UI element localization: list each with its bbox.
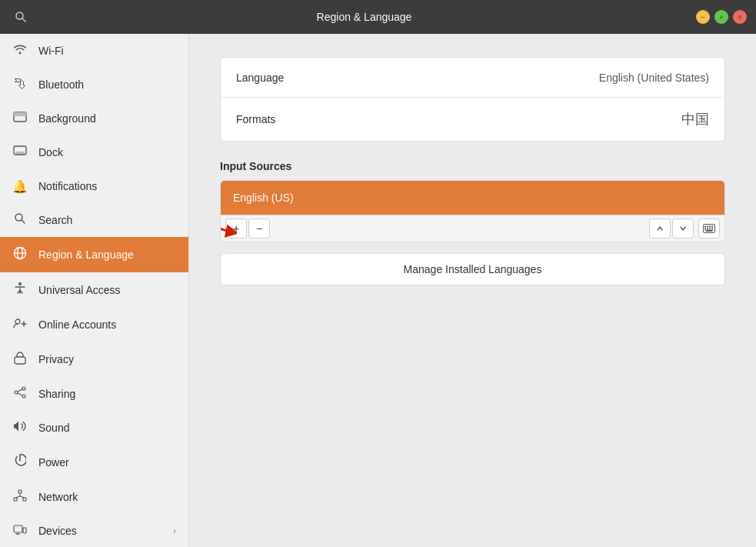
input-sources-toolbar: + − bbox=[221, 215, 724, 242]
window-title: Region & Language bbox=[32, 11, 696, 23]
search-sidebar-icon bbox=[12, 212, 28, 228]
sidebar-item-label-sound: Sound bbox=[38, 422, 176, 434]
sidebar-item-label-universal-access: Universal Access bbox=[38, 284, 176, 296]
move-down-button[interactable] bbox=[672, 218, 694, 238]
svg-line-18 bbox=[18, 393, 22, 395]
manage-installed-languages-button[interactable]: Manage Installed Languages bbox=[220, 253, 725, 285]
devices-chevron-icon: › bbox=[173, 525, 176, 536]
sidebar-item-label-background: Background bbox=[38, 112, 176, 125]
input-source-english-us[interactable]: English (US) bbox=[221, 181, 724, 215]
add-button-container: + bbox=[225, 218, 247, 238]
sidebar-item-network[interactable]: Network bbox=[0, 480, 188, 514]
minimize-button[interactable]: − bbox=[696, 10, 710, 24]
svg-rect-37 bbox=[704, 228, 706, 230]
svg-rect-39 bbox=[709, 228, 711, 230]
bluetooth-icon: ⮷ bbox=[12, 78, 28, 92]
maximize-button[interactable]: + bbox=[714, 10, 728, 24]
sidebar-item-search[interactable]: Search bbox=[0, 203, 188, 237]
sidebar-item-label-devices: Devices bbox=[38, 525, 162, 537]
sound-icon bbox=[12, 420, 28, 435]
accessibility-icon bbox=[12, 282, 28, 299]
language-row[interactable]: Language English (United States) bbox=[221, 58, 724, 98]
keyboard-button[interactable] bbox=[698, 218, 720, 238]
sidebar-item-label-notifications: Notifications bbox=[38, 180, 176, 192]
sidebar-item-label-sharing: Sharing bbox=[38, 388, 176, 400]
sidebar: Wi-Fi ⮷ Bluetooth Background Dock bbox=[0, 34, 189, 547]
online-accounts-icon bbox=[12, 318, 28, 332]
svg-rect-19 bbox=[18, 490, 22, 493]
sidebar-item-wifi[interactable]: Wi-Fi bbox=[0, 34, 188, 68]
sidebar-item-devices[interactable]: Devices › bbox=[0, 514, 188, 547]
svg-rect-26 bbox=[23, 528, 26, 533]
svg-line-24 bbox=[20, 496, 25, 498]
sidebar-item-sound[interactable]: Sound bbox=[0, 411, 188, 445]
toolbar-arrows bbox=[649, 218, 694, 238]
svg-point-12 bbox=[15, 319, 20, 324]
up-arrow-icon bbox=[656, 225, 664, 232]
sidebar-item-label-privacy: Privacy bbox=[38, 353, 176, 365]
sidebar-item-background[interactable]: Background bbox=[0, 102, 188, 135]
sidebar-item-bluetooth[interactable]: ⮷ Bluetooth bbox=[0, 68, 188, 102]
svg-rect-25 bbox=[14, 525, 22, 532]
input-sources-title: Input Sources bbox=[220, 160, 725, 172]
svg-line-17 bbox=[18, 389, 22, 392]
sidebar-item-privacy[interactable]: Privacy bbox=[0, 342, 188, 377]
close-button[interactable]: × bbox=[733, 10, 747, 24]
dock-icon bbox=[12, 145, 28, 159]
input-sources-list: English (US) + bbox=[220, 180, 725, 242]
down-arrow-icon bbox=[679, 225, 687, 232]
svg-rect-40 bbox=[711, 228, 713, 230]
svg-rect-34 bbox=[707, 226, 708, 228]
svg-rect-3 bbox=[14, 112, 26, 116]
main-content: Language English (United States) Formats… bbox=[189, 34, 756, 547]
language-label: Language bbox=[236, 72, 599, 84]
sidebar-item-dock[interactable]: Dock bbox=[0, 135, 188, 169]
svg-rect-13 bbox=[15, 357, 25, 364]
svg-line-1 bbox=[22, 18, 25, 22]
sidebar-item-label-network: Network bbox=[38, 491, 176, 503]
language-value: English (United States) bbox=[599, 72, 709, 84]
svg-point-14 bbox=[22, 387, 25, 390]
language-formats-card: Language English (United States) Formats… bbox=[220, 57, 725, 142]
sidebar-item-label-dock: Dock bbox=[38, 146, 176, 158]
move-up-button[interactable] bbox=[649, 218, 671, 238]
sidebar-item-power[interactable]: Power bbox=[0, 445, 188, 480]
svg-line-23 bbox=[15, 496, 20, 498]
input-sources-section: Input Sources English (US) + bbox=[220, 160, 725, 242]
remove-input-source-button[interactable]: − bbox=[248, 218, 270, 238]
formats-label: Formats bbox=[236, 113, 681, 125]
sidebar-item-online-accounts[interactable]: Online Accounts bbox=[0, 308, 188, 342]
svg-line-7 bbox=[22, 220, 25, 223]
add-input-source-button[interactable]: + bbox=[225, 218, 247, 238]
sidebar-item-notifications[interactable]: 🔔 Notifications bbox=[0, 169, 188, 203]
sidebar-item-label-region: Region & Language bbox=[38, 248, 176, 261]
svg-point-11 bbox=[18, 282, 22, 285]
power-icon bbox=[12, 454, 28, 471]
sidebar-item-label-power: Power bbox=[38, 456, 176, 469]
background-icon bbox=[12, 112, 28, 125]
svg-rect-41 bbox=[706, 230, 713, 232]
region-icon bbox=[12, 246, 28, 263]
window-controls: − + × bbox=[696, 10, 747, 24]
titlebar: Region & Language − + × bbox=[0, 0, 756, 34]
content-area: Wi-Fi ⮷ Bluetooth Background Dock bbox=[0, 34, 756, 547]
privacy-icon bbox=[12, 351, 28, 368]
svg-rect-20 bbox=[14, 498, 17, 501]
search-icon[interactable] bbox=[9, 5, 32, 28]
svg-rect-5 bbox=[15, 152, 25, 154]
sidebar-item-label-online-accounts: Online Accounts bbox=[38, 319, 176, 331]
formats-row[interactable]: Formats 中国 bbox=[221, 98, 724, 141]
formats-value: 中国 bbox=[681, 110, 709, 128]
svg-rect-36 bbox=[711, 226, 713, 228]
sharing-icon bbox=[12, 386, 28, 402]
svg-point-16 bbox=[15, 391, 18, 394]
svg-rect-38 bbox=[707, 228, 708, 230]
sidebar-item-label-wifi: Wi-Fi bbox=[38, 45, 176, 57]
sidebar-item-region[interactable]: Region & Language bbox=[0, 237, 188, 272]
svg-rect-35 bbox=[709, 226, 711, 228]
keyboard-icon bbox=[703, 224, 715, 233]
network-icon bbox=[12, 489, 28, 505]
svg-rect-21 bbox=[23, 498, 26, 501]
sidebar-item-sharing[interactable]: Sharing bbox=[0, 377, 188, 411]
sidebar-item-universal-access[interactable]: Universal Access bbox=[0, 272, 188, 308]
